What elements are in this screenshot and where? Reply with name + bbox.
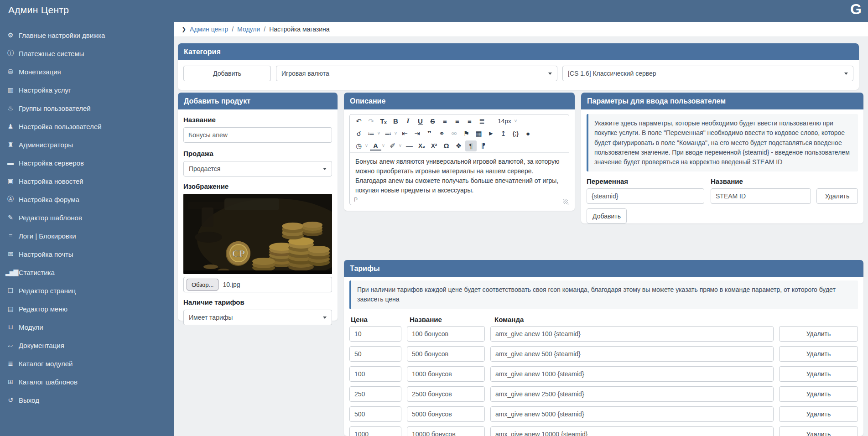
tariff-name-input[interactable] — [407, 386, 485, 402]
param-add-button[interactable]: Добавить — [587, 208, 627, 223]
sidebar-item-news-settings[interactable]: ▣ Настройка новостей — [0, 172, 174, 190]
code-sample-icon[interactable]: {;} — [510, 128, 521, 139]
category-select[interactable]: Игровая валюта — [276, 66, 557, 81]
indent-icon[interactable]: ⇥ — [411, 128, 423, 139]
superscript-icon[interactable]: X² — [428, 140, 440, 151]
sidebar-item-engine-settings[interactable]: ⚙ Главные настройки движка — [0, 26, 174, 44]
bold-icon[interactable]: B — [390, 116, 401, 127]
sidebar-item-users-settings[interactable]: ♟ Настройка пользователей — [0, 117, 174, 135]
tariff-command-input[interactable] — [490, 406, 774, 422]
tariff-price-input[interactable] — [349, 346, 401, 362]
tariff-price-input[interactable] — [349, 426, 401, 436]
text-color-icon[interactable]: A — [370, 142, 381, 151]
underline-icon[interactable]: U — [415, 116, 426, 127]
bookmark-icon[interactable]: ⚑ — [461, 128, 472, 139]
sidebar-item-servers-settings[interactable]: ▬ Настройка серверов — [0, 154, 174, 172]
tariff-delete-button[interactable]: Удалить — [779, 366, 858, 382]
product-sale-select[interactable]: Продается — [183, 161, 332, 176]
subscript-icon[interactable]: X₂ — [416, 140, 427, 151]
sidebar-item-logout[interactable]: ↺ Выход — [0, 391, 174, 409]
editor-content[interactable]: Бонусы anew являются универсальной игров… — [350, 153, 569, 199]
special-character-icon[interactable]: Ω — [441, 140, 452, 151]
search-icon[interactable]: ☌ — [353, 128, 364, 139]
tariff-price-input[interactable] — [349, 406, 401, 422]
tariff-command-input[interactable] — [490, 326, 774, 342]
chevron-down-icon[interactable]: ˅ — [376, 128, 381, 139]
breadcrumb-link-modules[interactable]: Модули — [237, 26, 260, 33]
link-icon[interactable]: ⚭ — [436, 128, 447, 139]
list-ul-icon[interactable]: ≔ — [365, 128, 377, 139]
resize-grip[interactable] — [563, 199, 568, 204]
outdent-icon[interactable]: ⇤ — [399, 128, 411, 139]
tariff-delete-button[interactable]: Удалить — [779, 386, 858, 402]
chevron-down-icon[interactable]: ˅ — [513, 116, 518, 127]
sidebar-item-logs-bans[interactable]: ≡ Логи | Блокировки — [0, 227, 174, 245]
italic-icon[interactable]: I — [402, 116, 414, 127]
chevron-down-icon[interactable]: ˅ — [381, 140, 386, 151]
clear-formatting-icon[interactable]: Tₓ — [378, 116, 389, 127]
sidebar-item-template-catalog[interactable]: ⊞ Каталог шаблонов — [0, 373, 174, 391]
variable-input[interactable] — [587, 188, 704, 204]
browse-button[interactable]: Обзор... — [187, 279, 218, 291]
sidebar-item-administrators[interactable]: ♜ Администраторы — [0, 135, 174, 154]
sidebar-item-page-editor[interactable]: ❏ Редактор страниц — [0, 281, 174, 300]
align-justify-icon[interactable]: ≣ — [476, 116, 488, 127]
tariff-command-input[interactable] — [490, 426, 774, 436]
sidebar-item-statistics[interactable]: ▂▅▇ Статистика — [0, 263, 174, 281]
redo-icon[interactable]: ↷ — [365, 116, 377, 127]
chevron-down-icon[interactable]: ˅ — [393, 128, 398, 139]
tariff-name-input[interactable] — [407, 426, 485, 436]
tariff-command-input[interactable] — [490, 346, 774, 362]
server-select[interactable]: [CS 1.6] Классический сервер — [562, 66, 853, 81]
datetime-icon[interactable]: ◷ — [353, 140, 364, 151]
rtl-paragraph-icon[interactable]: ⁋ — [478, 140, 489, 151]
ink-drop-icon[interactable]: ● — [522, 128, 534, 139]
align-left-icon[interactable]: ≡ — [439, 116, 451, 127]
tariff-name-input[interactable] — [407, 366, 485, 382]
align-right-icon[interactable]: ≡ — [464, 116, 475, 127]
image-icon[interactable]: ▦ — [473, 128, 484, 139]
tariff-delete-button[interactable]: Удалить — [779, 426, 858, 436]
tariff-command-input[interactable] — [490, 366, 774, 382]
list-ol-icon[interactable]: ≕ — [382, 128, 394, 139]
param-name-input[interactable] — [711, 188, 811, 204]
fullscreen-icon[interactable]: ❖ — [453, 140, 464, 151]
tariff-command-input[interactable] — [490, 386, 774, 402]
sidebar-item-forum-settings[interactable]: Ⓐ Настройка форума — [0, 190, 174, 208]
blockquote-icon[interactable]: ❞ — [424, 128, 435, 139]
video-icon[interactable]: ▶ — [485, 128, 497, 139]
chevron-down-icon[interactable]: ˅ — [398, 140, 403, 151]
product-name-input[interactable] — [183, 127, 332, 143]
sidebar-item-mail-settings[interactable]: ✉ Настройка почты — [0, 245, 174, 263]
breadcrumb-link-admin-center[interactable]: Админ центр — [190, 26, 228, 33]
param-delete-button[interactable]: Удалить — [816, 188, 858, 204]
highlighter-icon[interactable]: ✐ — [387, 140, 398, 151]
tariff-delete-button[interactable]: Удалить — [779, 406, 858, 422]
font-size-select[interactable]: 14px — [495, 116, 514, 127]
tariff-name-input[interactable] — [407, 406, 485, 422]
sidebar-item-modules[interactable]: ⊔ Модули — [0, 318, 174, 336]
align-center-icon[interactable]: ≡ — [452, 116, 463, 127]
sidebar-item-user-groups[interactable]: ♨ Группы пользователей — [0, 99, 174, 117]
tariff-delete-button[interactable]: Удалить — [779, 326, 858, 342]
strikethrough-icon[interactable]: S — [427, 116, 438, 127]
sidebar-item-services-settings[interactable]: ▥ Настройка услуг — [0, 81, 174, 99]
undo-icon[interactable]: ↶ — [353, 116, 364, 127]
embed-icon[interactable]: ↥ — [498, 128, 509, 139]
sidebar-item-menu-editor[interactable]: ▤ Редактор меню — [0, 300, 174, 318]
tariff-delete-button[interactable]: Удалить — [779, 346, 858, 362]
sidebar-item-payment-systems[interactable]: ⓘ Платежные системы — [0, 44, 174, 62]
sidebar-item-template-editor[interactable]: ✎ Редактор шаблонов — [0, 208, 174, 227]
chevron-down-icon[interactable]: ˅ — [364, 140, 369, 151]
sidebar-item-module-catalog[interactable]: ≣ Каталог модулей — [0, 354, 174, 373]
product-image-file-input[interactable]: Обзор... 10.jpg — [183, 277, 332, 292]
unlink-icon[interactable]: ⚮ — [448, 128, 460, 139]
product-tariff-select[interactable]: Имеет тарифы — [183, 310, 332, 325]
sidebar-item-monetization[interactable]: ⛁ Монетизация — [0, 62, 174, 81]
category-add-button[interactable]: Добавить — [183, 66, 271, 81]
horizontal-rule-icon[interactable]: — — [404, 140, 415, 151]
tariff-price-input[interactable] — [349, 386, 401, 402]
tariff-price-input[interactable] — [349, 326, 401, 342]
sidebar-item-documentation[interactable]: ▱ Документация — [0, 336, 174, 354]
tariff-name-input[interactable] — [407, 346, 485, 362]
